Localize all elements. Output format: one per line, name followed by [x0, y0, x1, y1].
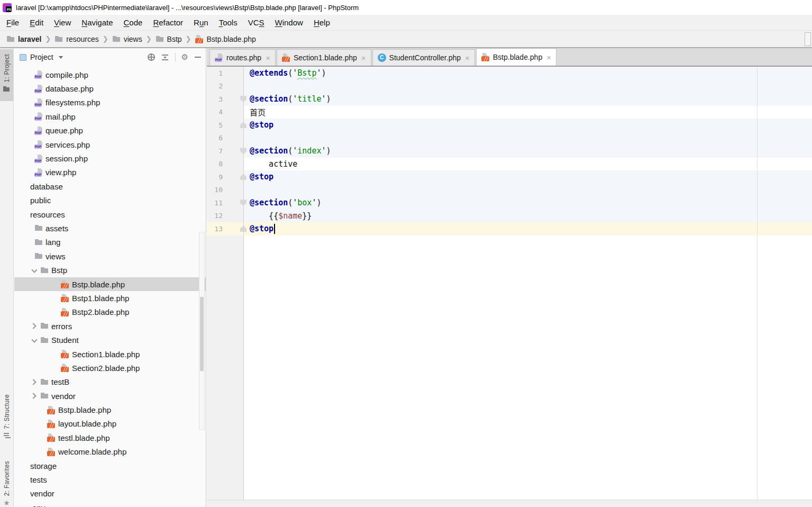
- code-line-content[interactable]: @section('title'): [244, 93, 812, 106]
- tree-item-bstp2.blade.php[interactable]: Bstp2.blade.php: [14, 305, 206, 319]
- tree-item-.env[interactable]: .env: [14, 501, 206, 507]
- code-line-content[interactable]: {{$name}}: [244, 210, 812, 223]
- breadcrumb-item-laravel[interactable]: laravel: [6, 35, 41, 43]
- tool-window-tab-structure[interactable]: 7: Structure: [0, 394, 13, 446]
- code-line-content[interactable]: @extends('Bstp'): [244, 67, 812, 80]
- breadcrumb-separator: ❯: [186, 35, 191, 43]
- code-line-content[interactable]: [244, 80, 812, 93]
- chevron-right-icon[interactable]: [30, 392, 38, 400]
- editor-tab-studentcontroller.php[interactable]: CStudentController.php×: [372, 49, 475, 66]
- breadcrumb-item-resources[interactable]: resources: [54, 35, 98, 43]
- menu-tools[interactable]: Tools: [214, 16, 243, 29]
- locate-file-icon[interactable]: [148, 53, 155, 61]
- tree-item-section1.blade.php[interactable]: Section1.blade.php: [14, 347, 206, 361]
- code-line-content[interactable]: @stop: [244, 119, 812, 132]
- menu-help[interactable]: Help: [308, 16, 335, 29]
- breadcrumb-overflow-button[interactable]: [805, 32, 811, 46]
- tree-item-testb[interactable]: testB: [14, 375, 206, 389]
- menu-run[interactable]: Run: [188, 16, 214, 29]
- tree-item-welcome.blade.php[interactable]: welcome.blade.php: [14, 445, 206, 459]
- collapse-all-icon[interactable]: [161, 53, 169, 61]
- gutter-cell: 13: [207, 222, 244, 236]
- editor-tab-bstp.blade.php[interactable]: Bstp.blade.php×: [476, 48, 556, 66]
- menu-navigate[interactable]: Navigate: [76, 16, 118, 29]
- close-tab-icon[interactable]: ×: [546, 53, 551, 61]
- window-title: laravel [D:\xampp\htdocs\PHPintermediate…: [16, 4, 359, 12]
- tree-item-vendor[interactable]: vendor: [14, 487, 206, 501]
- chevron-right-icon[interactable]: [30, 322, 38, 330]
- breadcrumb-item-bstp.blade.php[interactable]: Bstp.blade.php: [195, 35, 256, 43]
- gear-icon[interactable]: ⚙: [181, 53, 188, 61]
- menu-view[interactable]: View: [49, 16, 76, 29]
- tree-item-filesystems.php[interactable]: filesystems.php: [14, 96, 206, 110]
- blade-file-icon: [47, 406, 56, 414]
- menu-code[interactable]: Code: [118, 16, 148, 29]
- code-line-content[interactable]: @section('index'): [244, 144, 812, 158]
- code-line-content[interactable]: @section('box'): [244, 196, 812, 210]
- menu-vcs[interactable]: VCS: [243, 16, 270, 29]
- tree-item-bstp[interactable]: Bstp: [14, 263, 206, 277]
- tree-item-view.php[interactable]: view.php: [14, 166, 206, 179]
- tree-item-bstp1.blade.php[interactable]: Bstp1.blade.php: [14, 291, 206, 305]
- line-number: 5: [207, 121, 223, 129]
- tree-item-layout.blade.php[interactable]: layout.blade.php: [14, 417, 206, 431]
- tree-item-bstp.blade.php[interactable]: Bstp.blade.php: [14, 403, 206, 417]
- gutter-cell: 9: [207, 170, 244, 184]
- code-line-content[interactable]: 首页: [244, 106, 812, 119]
- code-line-content[interactable]: [244, 132, 812, 145]
- tree-item-tests[interactable]: tests: [14, 473, 206, 486]
- tool-window-tab-project[interactable]: 1: Project: [0, 49, 13, 101]
- tree-item-queue.php[interactable]: queue.php: [14, 124, 206, 138]
- project-panel-title[interactable]: Project: [30, 53, 53, 61]
- folder-file-icon: [34, 252, 43, 260]
- tree-item-database.php[interactable]: database.php: [14, 82, 206, 95]
- tree-item-public[interactable]: public: [14, 194, 206, 207]
- editor-tab-section1.blade.php[interactable]: Section1.blade.php×: [277, 49, 371, 66]
- editor-tab-routes.php[interactable]: routes.php×: [209, 49, 276, 66]
- tree-item-lang[interactable]: lang: [14, 236, 206, 249]
- tool-window-tab-favorites[interactable]: 2: Favorites ★: [0, 461, 13, 507]
- menu-file[interactable]: File: [1, 16, 24, 29]
- tree-item-views[interactable]: views: [14, 249, 206, 263]
- menu-edit[interactable]: Edit: [24, 16, 49, 29]
- tree-item-label: views: [45, 252, 66, 261]
- breadcrumb-item-views[interactable]: views: [112, 35, 142, 43]
- editor-bottom-strip: [207, 500, 812, 507]
- code-line-content[interactable]: active: [244, 158, 812, 171]
- chevron-right-icon[interactable]: [30, 378, 38, 386]
- tree-item-errors[interactable]: errors: [14, 319, 206, 333]
- close-tab-icon[interactable]: ×: [465, 54, 470, 62]
- chevron-down-icon[interactable]: [30, 267, 38, 274]
- tree-item-student[interactable]: Student: [14, 333, 206, 347]
- scrollbar-thumb[interactable]: [200, 297, 204, 371]
- project-tree-scrollbar[interactable]: [199, 232, 205, 430]
- hide-panel-icon[interactable]: [194, 53, 202, 61]
- tree-item-assets[interactable]: assets: [14, 221, 206, 235]
- code-line-content[interactable]: @stop: [244, 222, 812, 236]
- tree-item-storage[interactable]: storage: [14, 459, 206, 473]
- breadcrumb-label: laravel: [18, 35, 41, 43]
- breadcrumb-item-bstp[interactable]: Bstp: [156, 35, 182, 43]
- code-line-content[interactable]: @stop: [244, 170, 812, 184]
- code-token: @stop: [250, 172, 273, 182]
- close-tab-icon[interactable]: ×: [266, 54, 270, 62]
- close-tab-icon[interactable]: ×: [361, 54, 366, 62]
- tree-item-testl.blade.php[interactable]: testl.blade.php: [14, 431, 206, 445]
- menu-window[interactable]: Window: [270, 16, 308, 29]
- code-line-content[interactable]: [244, 184, 812, 197]
- tree-item-compile.php[interactable]: compile.php: [14, 68, 206, 82]
- tree-item-session.php[interactable]: session.php: [14, 151, 206, 165]
- tree-item-resources[interactable]: resources: [14, 207, 206, 221]
- tree-item-services.php[interactable]: services.php: [14, 138, 206, 151]
- tree-item-label: vendor: [51, 392, 76, 401]
- chevron-down-icon[interactable]: [59, 56, 63, 59]
- tree-item-vendor[interactable]: vendor: [14, 389, 206, 403]
- gutter-cell: 6: [207, 132, 244, 145]
- tree-item-bstp.blade.php[interactable]: Bstp.blade.php: [14, 277, 206, 291]
- tree-item-mail.php[interactable]: mail.php: [14, 110, 206, 123]
- tree-item-label: vendor: [30, 489, 54, 498]
- tree-item-section2.blade.php[interactable]: Section2.blade.php: [14, 361, 206, 375]
- tree-item-database[interactable]: database: [14, 179, 206, 193]
- menu-refactor[interactable]: Refactor: [148, 16, 188, 29]
- chevron-down-icon[interactable]: [30, 337, 38, 344]
